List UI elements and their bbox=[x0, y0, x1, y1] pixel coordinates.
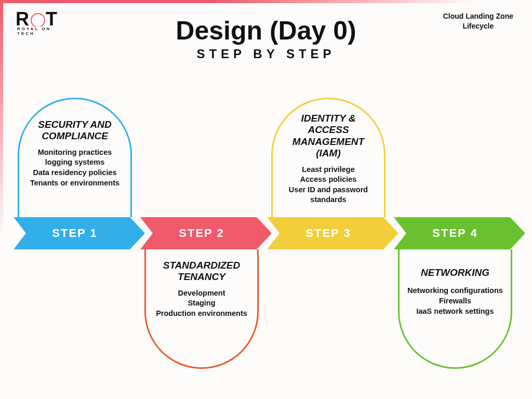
step-2-arrow: STEP 2 bbox=[140, 217, 272, 249]
step-1-arrow: STEP 1 bbox=[14, 217, 145, 249]
page-subtitle: STEP BY STEP bbox=[0, 47, 532, 61]
step-4-points: Networking configurations Firewalls IaaS… bbox=[407, 286, 503, 316]
step-4-heading: NETWORKING bbox=[407, 267, 503, 278]
step-1-heading: SECURITY AND COMPLIANCE bbox=[26, 119, 123, 142]
step-2-label: STEP 2 bbox=[140, 217, 263, 249]
step-3-arrow: STEP 3 bbox=[267, 217, 398, 249]
step-3-bubble: IDENTITY & ACCESS MANAGEMENT (IAM) Least… bbox=[271, 98, 385, 217]
step-2-heading: STANDARDIZED TENANCY bbox=[153, 260, 250, 283]
page-title: Design (Day 0) bbox=[0, 16, 532, 46]
step-1-bubble: SECURITY AND COMPLIANCE Monitoring pract… bbox=[18, 98, 132, 217]
step-2-bubble: STANDARDIZED TENANCY Development Staging… bbox=[144, 249, 259, 369]
step-2-points: Development Staging Production environme… bbox=[153, 288, 250, 319]
step-3-points: Least privilege Access policies User ID … bbox=[280, 165, 377, 205]
step-4-label: STEP 4 bbox=[394, 217, 516, 249]
step-4-bubble: NETWORKING Networking configurations Fir… bbox=[398, 249, 512, 369]
step-diagram: SECURITY AND COMPLIANCE Monitoring pract… bbox=[14, 97, 521, 385]
step-3-heading: IDENTITY & ACCESS MANAGEMENT (IAM) bbox=[280, 113, 377, 159]
step-1-label: STEP 1 bbox=[14, 217, 136, 249]
step-3-label: STEP 3 bbox=[267, 217, 390, 249]
step-4-arrow: STEP 4 bbox=[394, 217, 525, 249]
title-block: Design (Day 0) STEP BY STEP bbox=[0, 16, 532, 61]
step-1-points: Monitoring practices logging systems Dat… bbox=[26, 148, 123, 188]
